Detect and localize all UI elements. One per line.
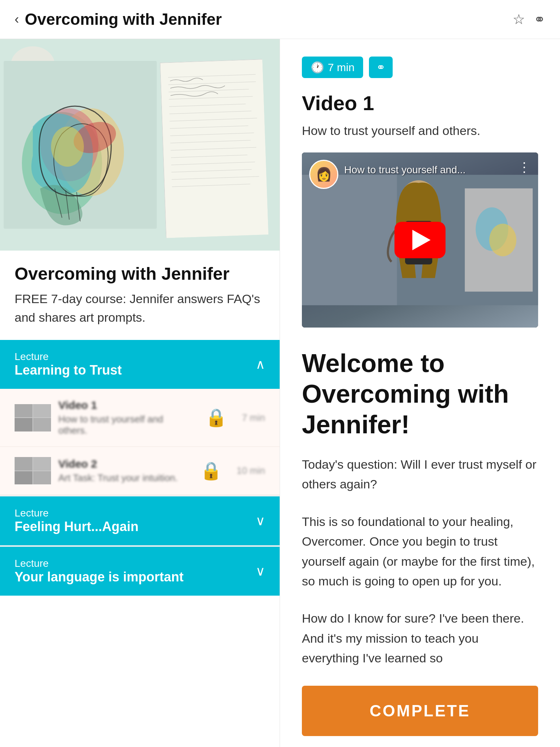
yt-title-overlay: How to trust yourself and... [344,164,466,176]
video-item-2[interactable]: Video 2 Art Task: Trust your intuition. … [0,447,280,495]
lecture-name-3: Your language is important [15,569,183,585]
lecture-text-3: Lecture Your language is important [15,558,183,585]
lecture-chevron-1: ∧ [256,357,265,372]
lecture-label-3: Lecture [15,558,183,569]
svg-rect-27 [302,175,397,305]
welcome-heading: Welcome to Overcoming with Jennifer! [302,348,538,440]
lock-icon-1: 🔒 [205,407,227,428]
header-right: ☆ ⚭ [513,11,545,27]
right-video-subtitle: How to trust yourself and others. [302,124,538,138]
lecture-item-feeling-hurt[interactable]: Lecture Feeling Hurt...Again ∨ [0,496,280,545]
video-list: Video 1 How to trust yourself and others… [0,389,280,495]
yt-avatar-icon: 👩 [316,167,332,182]
video-duration-2: 10 min [237,465,265,476]
time-label: 7 min [328,61,354,74]
yt-menu-button[interactable]: ⋮ [518,160,531,175]
bookmark-icon[interactable]: ☆ [513,11,525,27]
svg-point-5 [51,127,84,167]
welcome-text-3: How do I know for sure? I've been there.… [302,608,538,668]
header-left: ‹ Overcoming with Jennifer [15,10,222,28]
welcome-text-2: This is so foundational to your healing,… [302,512,538,591]
video-thumbnail-1 [15,404,51,431]
yt-play-button[interactable] [394,222,446,258]
left-column: Overcoming with Jennifer FREE 7-day cour… [0,39,280,747]
video-duration-1: 7 min [242,412,265,423]
svg-point-32 [489,224,516,256]
course-title: Overcoming with Jennifer [15,264,265,284]
right-video-title: Video 1 [302,91,538,115]
video-info-2: Video 2 Art Task: Trust your intuition. [58,458,186,484]
video-title-1: Video 1 [58,399,191,411]
tags-row: 🕐 7 min ⚭ [302,57,538,78]
play-triangle-icon [412,230,431,250]
back-button[interactable]: ‹ [15,13,19,26]
lecture-label-2: Lecture [15,507,139,519]
video-item-1[interactable]: Video 1 How to trust yourself and others… [0,389,280,447]
header-title: Overcoming with Jennifer [25,10,222,28]
lecture-name-1: Learning to Trust [15,363,122,378]
lecture-chevron-3: ∨ [256,564,265,579]
lecture-name-2: Feeling Hurt...Again [15,519,139,534]
yt-background: 👩 How to trust yourself and... ⋮ [302,152,538,328]
lecture-item-learning-to-trust[interactable]: Lecture Learning to Trust ∧ [0,340,280,389]
video-thumbnail-2 [15,457,51,484]
course-image [0,39,280,251]
notebook-decoration [160,59,268,237]
link-icon[interactable]: ⚭ [534,11,545,27]
lecture-item-language[interactable]: Lecture Your language is important ∨ [0,547,280,596]
yt-avatar: 👩 [309,160,338,189]
lock-icon-2: 🔒 [200,461,222,481]
course-info: Overcoming with Jennifer FREE 7-day cour… [0,251,280,340]
lecture-text: Lecture Learning to Trust [15,351,122,378]
youtube-embed[interactable]: 👩 How to trust yourself and... ⋮ [302,152,538,328]
art-painting [4,61,157,229]
main-layout: Overcoming with Jennifer FREE 7-day cour… [0,39,560,747]
video-desc-1: How to trust yourself and others. [58,414,191,436]
right-column: 🕐 7 min ⚭ Video 1 How to trust yourself … [280,39,560,747]
welcome-text-1: Today's question: Will I ever trust myse… [302,454,538,494]
course-description: FREE 7-day course: Jennifer answers FAQ'… [15,290,265,327]
header: ‹ Overcoming with Jennifer ☆ ⚭ [0,0,560,39]
complete-button[interactable]: COMPLETE [302,686,538,736]
lecture-text-2: Lecture Feeling Hurt...Again [15,507,139,534]
video-info-1: Video 1 How to trust yourself and others… [58,399,191,436]
video-title-2: Video 2 [58,458,186,470]
time-tag: 🕐 7 min [302,57,363,78]
link-tag[interactable]: ⚭ [369,57,393,78]
lecture-label-1: Lecture [15,351,122,363]
video-desc-2: Art Task: Trust your intuition. [58,472,186,484]
clock-icon: 🕐 [311,61,324,74]
lecture-chevron-2: ∨ [256,513,265,529]
link-tag-icon: ⚭ [376,61,385,74]
